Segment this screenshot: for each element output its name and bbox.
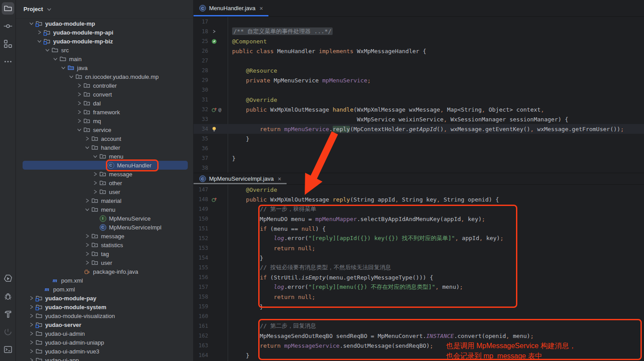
chevron-right-icon[interactable] xyxy=(28,357,35,361)
chevron-down-icon[interactable] xyxy=(68,73,75,80)
code-line-148[interactable]: 148 public WxMpXmlOutMessage reply(Strin… xyxy=(194,194,644,204)
code-text[interactable]: public class MenuHandler implements WxMp… xyxy=(228,48,426,54)
spring-bean-icon[interactable] xyxy=(211,39,217,44)
code-text[interactable]: if (StrUtil.isEmpty(menu.getReplyMessage… xyxy=(228,274,433,281)
lightbulb-intention-icon[interactable] xyxy=(211,126,217,132)
code-line-31[interactable]: 31 @Override xyxy=(194,95,644,105)
code-text[interactable]: @Override xyxy=(228,97,277,103)
code-line-162[interactable]: 162 MpMessageSendOutReqBO sendReqBO = Mp… xyxy=(194,331,644,341)
tree-item-service[interactable]: service xyxy=(23,125,188,134)
chevron-down-icon[interactable] xyxy=(28,20,35,27)
chevron-right-icon[interactable] xyxy=(84,241,91,248)
tree-item-mpmenuserviceimpl[interactable]: CMpMenuServiceImpl xyxy=(23,223,188,232)
code-text[interactable]: public WxMpXmlOutMessage reply(String ap… xyxy=(228,196,499,203)
code-text[interactable]: if (menu == null) { xyxy=(228,225,326,232)
code-text[interactable]: return mpMessageService.sendOutMessage(s… xyxy=(228,342,433,349)
tree-item-yudao-server[interactable]: yudao-server xyxy=(23,320,188,329)
code-line-155[interactable]: 155 // 按钮必须要有消息类型，不然后续无法回复消息 xyxy=(194,263,644,272)
tree-item-message[interactable]: message xyxy=(23,232,188,241)
code-text[interactable]: log.error("[reply][appId({}) key({}) 找不到… xyxy=(228,234,504,242)
tree-item-java[interactable]: java xyxy=(23,63,188,72)
chevron-right-icon[interactable] xyxy=(76,117,83,124)
tab-mpmenuserviceimpl-java[interactable]: C MpMenuServiceImpl.java × xyxy=(194,173,287,184)
tree-item-yudao-ui-admin-vue3[interactable]: yudao-ui-admin-vue3 xyxy=(23,347,188,356)
more-tools-icon[interactable] xyxy=(2,55,14,68)
tree-item-cn-iocoder-yudao-module-mp[interactable]: cn.iocoder.yudao.module.mp xyxy=(23,72,188,81)
bottom-editor-code[interactable]: 147 @Override148 public WxMpXmlOutMessag… xyxy=(194,185,644,361)
code-text[interactable]: @Override xyxy=(228,186,277,193)
chevron-right-icon[interactable] xyxy=(84,233,91,240)
code-text[interactable]: } xyxy=(228,303,263,310)
tree-item-yudao-module-mp[interactable]: yudao-module-mp xyxy=(23,19,188,28)
code-line-38[interactable]: 38 xyxy=(194,163,644,173)
tree-item-yudao-module-visualization[interactable]: yudao-module-visualization xyxy=(23,311,188,320)
tree-item-yudao-module-mp-api[interactable]: yudao-module-mp-api xyxy=(23,28,188,37)
code-line-160[interactable]: 160 xyxy=(194,311,644,321)
close-icon[interactable]: × xyxy=(260,5,263,12)
chevron-right-icon[interactable] xyxy=(28,303,35,311)
tree-item-package-info-java[interactable]: package-info.java xyxy=(23,267,188,276)
chevron-right-icon[interactable] xyxy=(28,321,35,328)
code-line-35[interactable]: 35 } xyxy=(194,134,644,144)
code-line-28[interactable]: 28 @Resource xyxy=(194,66,644,75)
chevron-right-icon[interactable] xyxy=(84,259,91,266)
chevron-down-icon[interactable] xyxy=(36,38,43,45)
code-text[interactable]: MpMessageSendOutReqBO sendReqBO = MpMenu… xyxy=(228,333,534,339)
annotation-gutter-icon[interactable]: @ xyxy=(218,107,221,113)
chevron-down-icon[interactable] xyxy=(84,144,91,151)
code-line-29[interactable]: 29 private MpMenuService mpMenuService; xyxy=(194,75,644,85)
code-line-158[interactable]: 158 return null; xyxy=(194,292,644,302)
code-line-164[interactable]: 164 } xyxy=(194,350,644,360)
tree-item-handler[interactable]: handler xyxy=(23,143,188,152)
tree-item-mpmenuservice[interactable]: IMpMenuService xyxy=(23,214,188,223)
code-text[interactable]: return null; xyxy=(228,294,315,300)
tree-item-material[interactable]: material xyxy=(23,196,188,205)
tree-item-src[interactable]: src xyxy=(23,46,188,54)
code-line-36[interactable]: 36 xyxy=(194,144,644,153)
code-text[interactable]: // 第二步，回复消息 xyxy=(228,322,316,330)
code-line-152[interactable]: 152 log.error("[reply][appId({}) key({})… xyxy=(194,233,644,243)
tree-item-yudao-ui-admin-uniapp[interactable]: yudao-ui-admin-uniapp xyxy=(23,338,188,347)
chevron-right-icon[interactable] xyxy=(76,100,83,107)
chevron-right-icon[interactable] xyxy=(76,91,83,98)
chevron-right-icon[interactable] xyxy=(92,171,99,178)
build-tool-icon[interactable] xyxy=(2,308,14,320)
code-line-34[interactable]: 34 return mpMenuService.reply(MpContextH… xyxy=(194,124,644,134)
tree-item-other[interactable]: other xyxy=(23,179,188,187)
chevron-right-icon[interactable] xyxy=(92,179,99,186)
code-line-27[interactable]: 27 xyxy=(194,56,644,66)
tree-item-tag[interactable]: tag xyxy=(23,249,188,258)
chevron-right-icon[interactable] xyxy=(28,330,35,337)
overrides-method-icon[interactable] xyxy=(211,197,217,202)
code-text[interactable]: // 按钮必须要有消息类型，不然后续无法回复消息 xyxy=(228,264,391,272)
tree-item-pom-xml[interactable]: mpom.xml xyxy=(23,285,188,294)
code-line-151[interactable]: 151 if (menu == null) { xyxy=(194,224,644,233)
tree-item-yudao-module-mp-biz[interactable]: yudao-module-mp-biz xyxy=(23,37,188,46)
chevron-down-icon[interactable] xyxy=(84,206,91,213)
code-line-147[interactable]: 147 @Override xyxy=(194,185,644,194)
tree-item-account[interactable]: account xyxy=(23,134,188,143)
code-text[interactable]: } xyxy=(228,136,249,142)
chevron-down-icon[interactable] xyxy=(44,47,51,54)
code-line-17[interactable]: 17 xyxy=(194,17,644,27)
code-line-37[interactable]: 37} xyxy=(194,153,644,163)
code-line-153[interactable]: 153 return null; xyxy=(194,243,644,253)
terminal-tool-icon[interactable] xyxy=(2,343,14,356)
tree-item-framework[interactable]: framework xyxy=(23,108,188,116)
top-editor-code[interactable]: 1718/** 自定义菜单的事件处理器 ...*/25@Component26p… xyxy=(194,17,644,173)
code-line-159[interactable]: 159 } xyxy=(194,302,644,311)
code-line-157[interactable]: 157 log.error("[reply][menu({}) 不存在对应的消息… xyxy=(194,282,644,292)
code-text[interactable]: public WxMpXmlOutMessage handle(WxMpXmlM… xyxy=(228,106,544,113)
run-tool-icon[interactable] xyxy=(2,272,14,285)
tree-item-user[interactable]: user xyxy=(23,187,188,196)
tree-item-yudao-ui-app[interactable]: yudao-ui-app xyxy=(23,356,188,361)
code-text[interactable]: } xyxy=(228,255,263,261)
chevron-right-icon[interactable] xyxy=(28,348,35,355)
chevron-right-icon[interactable] xyxy=(28,339,35,346)
chevron-right-icon[interactable] xyxy=(84,197,91,204)
chevron-right-icon[interactable] xyxy=(76,109,83,116)
code-text[interactable]: return null; xyxy=(228,245,315,252)
code-line-154[interactable]: 154 } xyxy=(194,253,644,263)
tree-item-statistics[interactable]: statistics xyxy=(23,241,188,249)
structure-tool-icon[interactable] xyxy=(2,38,14,50)
